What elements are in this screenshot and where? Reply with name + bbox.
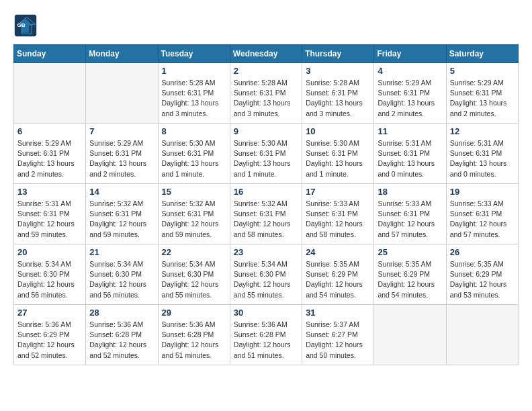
day-info: Sunrise: 5:34 AM Sunset: 6:30 PM Dayligh… [234,259,298,300]
calendar-day-cell: 8Sunrise: 5:30 AM Sunset: 6:31 PM Daylig… [158,124,230,184]
day-info: Sunrise: 5:29 AM Sunset: 6:31 PM Dayligh… [450,78,515,119]
calendar-day-cell: 4Sunrise: 5:29 AM Sunset: 6:31 PM Daylig… [374,63,446,124]
calendar-day-cell [374,305,446,365]
day-number: 24 [306,247,370,257]
day-info: Sunrise: 5:29 AM Sunset: 6:31 PM Dayligh… [378,78,442,119]
day-number: 10 [306,126,370,136]
day-number: 2 [234,66,298,76]
day-number: 21 [89,247,154,257]
day-info: Sunrise: 5:33 AM Sunset: 6:31 PM Dayligh… [378,199,442,240]
day-number: 12 [450,126,515,136]
day-info: Sunrise: 5:30 AM Sunset: 6:31 PM Dayligh… [162,138,226,179]
calendar-day-cell [14,63,86,124]
calendar-day-cell: 21Sunrise: 5:34 AM Sunset: 6:30 PM Dayli… [86,244,158,305]
day-number: 6 [17,126,82,136]
logo-icon: GB [13,13,38,38]
calendar-day-cell: 12Sunrise: 5:31 AM Sunset: 6:31 PM Dayli… [446,124,518,184]
day-info: Sunrise: 5:29 AM Sunset: 6:31 PM Dayligh… [17,138,82,179]
calendar-day-cell [86,63,158,124]
day-info: Sunrise: 5:36 AM Sunset: 6:28 PM Dayligh… [89,320,154,361]
day-info: Sunrise: 5:32 AM Sunset: 6:31 PM Dayligh… [234,199,298,240]
day-number: 22 [162,247,226,257]
calendar-day-cell: 9Sunrise: 5:30 AM Sunset: 6:31 PM Daylig… [230,124,302,184]
day-number: 1 [162,66,226,76]
calendar-day-cell: 18Sunrise: 5:33 AM Sunset: 6:31 PM Dayli… [374,184,446,244]
calendar-weekday-header: Friday [374,45,446,63]
day-info: Sunrise: 5:33 AM Sunset: 6:31 PM Dayligh… [450,199,515,240]
calendar-day-cell: 14Sunrise: 5:32 AM Sunset: 6:31 PM Dayli… [86,184,158,244]
calendar-day-cell: 6Sunrise: 5:29 AM Sunset: 6:31 PM Daylig… [14,124,86,184]
day-number: 27 [17,308,82,318]
logo: GB [13,13,42,38]
day-info: Sunrise: 5:33 AM Sunset: 6:31 PM Dayligh… [306,199,370,240]
calendar-body: 1Sunrise: 5:28 AM Sunset: 6:31 PM Daylig… [14,63,519,365]
day-number: 25 [378,247,442,257]
day-info: Sunrise: 5:37 AM Sunset: 6:27 PM Dayligh… [306,320,370,361]
day-info: Sunrise: 5:36 AM Sunset: 6:29 PM Dayligh… [17,320,82,361]
day-number: 5 [450,66,515,76]
calendar-day-cell: 19Sunrise: 5:33 AM Sunset: 6:31 PM Dayli… [446,184,518,244]
calendar-day-cell: 30Sunrise: 5:36 AM Sunset: 6:28 PM Dayli… [230,305,302,365]
calendar-week-row: 13Sunrise: 5:31 AM Sunset: 6:31 PM Dayli… [14,184,519,244]
day-info: Sunrise: 5:36 AM Sunset: 6:28 PM Dayligh… [234,320,298,361]
calendar-day-cell: 16Sunrise: 5:32 AM Sunset: 6:31 PM Dayli… [230,184,302,244]
calendar-day-cell: 15Sunrise: 5:32 AM Sunset: 6:31 PM Dayli… [158,184,230,244]
day-number: 7 [89,126,154,136]
day-info: Sunrise: 5:34 AM Sunset: 6:30 PM Dayligh… [89,259,154,300]
day-number: 17 [306,187,370,197]
calendar-week-row: 20Sunrise: 5:34 AM Sunset: 6:30 PM Dayli… [14,244,519,305]
calendar-weekday-header: Wednesday [230,45,302,63]
page-header: GB [13,13,519,38]
calendar-day-cell: 20Sunrise: 5:34 AM Sunset: 6:30 PM Dayli… [14,244,86,305]
svg-text:GB: GB [17,22,25,28]
day-info: Sunrise: 5:31 AM Sunset: 6:31 PM Dayligh… [17,199,82,240]
day-info: Sunrise: 5:32 AM Sunset: 6:31 PM Dayligh… [162,199,226,240]
calendar-day-cell: 24Sunrise: 5:35 AM Sunset: 6:29 PM Dayli… [302,244,374,305]
day-info: Sunrise: 5:28 AM Sunset: 6:31 PM Dayligh… [306,78,370,119]
calendar-table: SundayMondayTuesdayWednesdayThursdayFrid… [13,44,519,365]
day-info: Sunrise: 5:34 AM Sunset: 6:30 PM Dayligh… [162,259,226,300]
day-number: 31 [306,308,370,318]
calendar-day-cell: 11Sunrise: 5:31 AM Sunset: 6:31 PM Dayli… [374,124,446,184]
day-number: 29 [162,308,226,318]
day-info: Sunrise: 5:29 AM Sunset: 6:31 PM Dayligh… [89,138,154,179]
day-info: Sunrise: 5:35 AM Sunset: 6:29 PM Dayligh… [306,259,370,300]
calendar-day-cell: 27Sunrise: 5:36 AM Sunset: 6:29 PM Dayli… [14,305,86,365]
calendar-week-row: 6Sunrise: 5:29 AM Sunset: 6:31 PM Daylig… [14,124,519,184]
calendar-weekday-header: Monday [86,45,158,63]
day-info: Sunrise: 5:30 AM Sunset: 6:31 PM Dayligh… [234,138,298,179]
calendar-header-row: SundayMondayTuesdayWednesdayThursdayFrid… [14,45,519,63]
calendar-week-row: 1Sunrise: 5:28 AM Sunset: 6:31 PM Daylig… [14,63,519,124]
day-number: 28 [89,308,154,318]
day-info: Sunrise: 5:28 AM Sunset: 6:31 PM Dayligh… [234,78,298,119]
calendar-day-cell: 17Sunrise: 5:33 AM Sunset: 6:31 PM Dayli… [302,184,374,244]
day-number: 13 [17,187,82,197]
calendar-day-cell: 13Sunrise: 5:31 AM Sunset: 6:31 PM Dayli… [14,184,86,244]
calendar-weekday-header: Tuesday [158,45,230,63]
day-number: 18 [378,187,442,197]
calendar-day-cell: 5Sunrise: 5:29 AM Sunset: 6:31 PM Daylig… [446,63,518,124]
calendar-day-cell: 7Sunrise: 5:29 AM Sunset: 6:31 PM Daylig… [86,124,158,184]
day-info: Sunrise: 5:31 AM Sunset: 6:31 PM Dayligh… [378,138,442,179]
day-info: Sunrise: 5:30 AM Sunset: 6:31 PM Dayligh… [306,138,370,179]
day-number: 23 [234,247,298,257]
calendar-day-cell: 26Sunrise: 5:35 AM Sunset: 6:29 PM Dayli… [446,244,518,305]
day-number: 30 [234,308,298,318]
day-info: Sunrise: 5:35 AM Sunset: 6:29 PM Dayligh… [378,259,442,300]
day-number: 26 [450,247,515,257]
calendar-day-cell: 3Sunrise: 5:28 AM Sunset: 6:31 PM Daylig… [302,63,374,124]
day-info: Sunrise: 5:28 AM Sunset: 6:31 PM Dayligh… [162,78,226,119]
day-number: 11 [378,126,442,136]
day-number: 3 [306,66,370,76]
calendar-day-cell: 31Sunrise: 5:37 AM Sunset: 6:27 PM Dayli… [302,305,374,365]
calendar-day-cell: 23Sunrise: 5:34 AM Sunset: 6:30 PM Dayli… [230,244,302,305]
day-info: Sunrise: 5:36 AM Sunset: 6:28 PM Dayligh… [162,320,226,361]
calendar-week-row: 27Sunrise: 5:36 AM Sunset: 6:29 PM Dayli… [14,305,519,365]
day-info: Sunrise: 5:32 AM Sunset: 6:31 PM Dayligh… [89,199,154,240]
day-number: 14 [89,187,154,197]
calendar-day-cell: 22Sunrise: 5:34 AM Sunset: 6:30 PM Dayli… [158,244,230,305]
calendar-day-cell: 28Sunrise: 5:36 AM Sunset: 6:28 PM Dayli… [86,305,158,365]
day-info: Sunrise: 5:35 AM Sunset: 6:29 PM Dayligh… [450,259,515,300]
calendar-day-cell: 2Sunrise: 5:28 AM Sunset: 6:31 PM Daylig… [230,63,302,124]
day-number: 19 [450,187,515,197]
